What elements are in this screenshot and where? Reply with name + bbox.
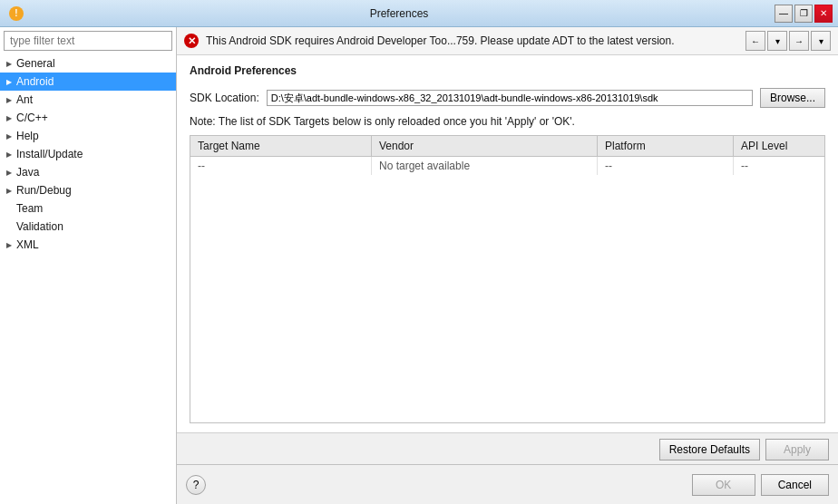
- title-bar: ! Preferences — ❐ ✕: [0, 0, 838, 27]
- expand-arrow: ▶: [4, 239, 15, 250]
- close-button[interactable]: ✕: [814, 5, 833, 23]
- apply-button[interactable]: Apply: [765, 439, 829, 460]
- forward-button[interactable]: →: [789, 31, 809, 51]
- sidebar-item-label: Validation: [16, 220, 63, 233]
- bottom-right: OK Cancel: [692, 474, 829, 496]
- window-controls: — ❐ ✕: [775, 5, 833, 23]
- sidebar-item-label: Help: [16, 130, 39, 142]
- sidebar-item-label: Run/Debug: [16, 184, 72, 197]
- sidebar-item-general[interactable]: ▶ General: [0, 54, 176, 73]
- sidebar-item-label: Java: [16, 166, 39, 179]
- sidebar-item-label: XML: [16, 238, 39, 251]
- sidebar-item-run-debug[interactable]: ▶ Run/Debug: [0, 181, 176, 199]
- sidebar-item-cpp[interactable]: ▶ C/C++: [0, 109, 176, 127]
- expand-arrow: ▶: [4, 94, 15, 105]
- sidebar-item-xml[interactable]: ▶ XML: [0, 236, 176, 254]
- warning-bar: ✕ This Android SDK requires Android Deve…: [177, 27, 838, 55]
- col-target-name: Target Name: [190, 136, 372, 156]
- error-icon: ✕: [184, 34, 199, 48]
- sidebar-item-label: Android: [16, 75, 54, 88]
- cell-platform: --: [598, 157, 734, 175]
- expand-arrow: ▶: [4, 149, 15, 160]
- sidebar-item-android[interactable]: ▶ Android: [0, 73, 176, 91]
- sidebar-item-label: Ant: [16, 93, 33, 106]
- sidebar-item-label: Team: [16, 202, 43, 215]
- sidebar-item-label: C/C++: [16, 111, 48, 124]
- expand-arrow: ▶: [4, 76, 15, 87]
- restore-defaults-button[interactable]: Restore Defaults: [659, 439, 760, 460]
- forward-dropdown-button[interactable]: ▾: [811, 31, 831, 51]
- expand-arrow: ▶: [4, 167, 15, 178]
- ok-button[interactable]: OK: [692, 474, 755, 496]
- sidebar-item-team[interactable]: Team: [0, 199, 176, 218]
- help-button[interactable]: ?: [186, 475, 206, 495]
- sidebar-item-ant[interactable]: ▶ Ant: [0, 91, 176, 109]
- restore-button[interactable]: ❐: [794, 5, 813, 23]
- sdk-row: SDK Location: Browse...: [190, 88, 825, 108]
- expand-arrow: ▶: [4, 112, 15, 123]
- expand-arrow: ▶: [4, 58, 15, 69]
- action-row: Restore Defaults Apply: [177, 432, 838, 464]
- tree-container: ▶ General ▶ Android ▶ Ant ▶ C/C++ ▶ Help: [0, 54, 176, 504]
- window-title: Preferences: [24, 7, 775, 20]
- main-container: ▶ General ▶ Android ▶ Ant ▶ C/C++ ▶ Help: [0, 27, 838, 504]
- col-vendor: Vendor: [372, 136, 598, 156]
- cell-target-name: --: [190, 157, 372, 175]
- sidebar-item-help[interactable]: ▶ Help: [0, 127, 176, 145]
- cell-api-level: --: [734, 157, 824, 175]
- note-text: Note: The list of SDK Targets below is o…: [190, 115, 825, 128]
- bottom-left: ?: [186, 475, 206, 495]
- bottom-bar: ? OK Cancel: [177, 464, 838, 504]
- sidebar-item-validation[interactable]: Validation: [0, 218, 176, 236]
- back-dropdown-button[interactable]: ▾: [767, 31, 787, 51]
- filter-input[interactable]: [4, 31, 172, 51]
- sidebar-item-install-update[interactable]: ▶ Install/Update: [0, 145, 176, 163]
- sdk-input[interactable]: [267, 90, 753, 106]
- sidebar-item-java[interactable]: ▶ Java: [0, 163, 176, 181]
- content-area: ✕ This Android SDK requires Android Deve…: [177, 27, 838, 504]
- expand-arrow: ▶: [4, 131, 15, 141]
- targets-table: Target Name Vendor Platform API Level --…: [190, 135, 825, 423]
- warning-text: This Android SDK requires Android Develo…: [206, 34, 738, 47]
- back-button[interactable]: ←: [745, 31, 765, 51]
- app-icon: !: [9, 6, 24, 21]
- sidebar: ▶ General ▶ Android ▶ Ant ▶ C/C++ ▶ Help: [0, 27, 177, 504]
- cancel-button[interactable]: Cancel: [761, 474, 829, 496]
- section-title: Android Preferences: [190, 64, 825, 77]
- table-header: Target Name Vendor Platform API Level: [190, 136, 824, 157]
- cell-vendor: No target available: [372, 157, 598, 175]
- table-body: -- No target available -- --: [190, 157, 824, 175]
- col-platform: Platform: [598, 136, 734, 156]
- expand-arrow: ▶: [4, 185, 15, 196]
- minimize-button[interactable]: —: [775, 5, 793, 23]
- sidebar-item-label: General: [16, 57, 55, 70]
- col-api-level: API Level: [734, 136, 824, 156]
- sidebar-item-label: Install/Update: [16, 148, 83, 160]
- prefs-content: Android Preferences SDK Location: Browse…: [177, 55, 838, 432]
- browse-button[interactable]: Browse...: [760, 88, 825, 108]
- sdk-label: SDK Location:: [190, 92, 259, 104]
